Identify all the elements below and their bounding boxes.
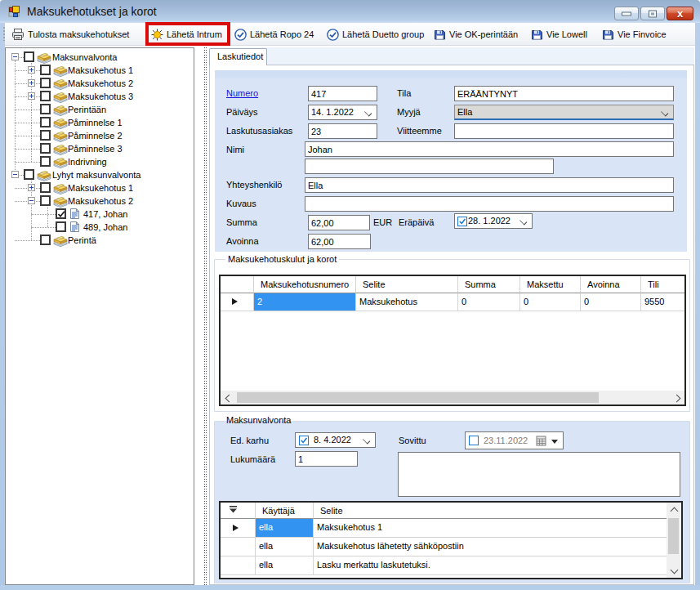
sovittu-picker[interactable]: 23.11.2022 bbox=[465, 431, 564, 449]
log-row-header[interactable] bbox=[221, 519, 256, 538]
yhteyshenkilo-input[interactable] bbox=[305, 177, 674, 193]
tree-item-maksukehotus-3[interactable]: Maksukehotus 3 bbox=[6, 90, 194, 103]
tree-checkbox[interactable] bbox=[40, 235, 51, 245]
close-button[interactable]: x bbox=[667, 7, 693, 20]
log-col-kayttaja[interactable]: Käyttäjä bbox=[256, 503, 314, 519]
kuvaus-input[interactable] bbox=[305, 196, 674, 212]
numero-link[interactable]: Numero bbox=[226, 88, 258, 98]
ed-karhu-picker[interactable]: 8. 4.2022 bbox=[295, 432, 376, 448]
toolbar-button-lowell[interactable]: Vie Lowell bbox=[531, 25, 587, 44]
tree-item-417-johan[interactable]: 417, Johan bbox=[6, 208, 194, 221]
tree-checkbox[interactable] bbox=[40, 104, 51, 114]
toolbar-button-okperinta[interactable]: Vie OK-perintään bbox=[434, 25, 518, 44]
tree-checkbox[interactable] bbox=[40, 130, 51, 141]
expand-icon[interactable] bbox=[28, 79, 35, 87]
tree-checkbox[interactable] bbox=[40, 91, 51, 101]
charges-cell-selite[interactable]: Maksukehotus bbox=[356, 293, 458, 311]
tree-item-perint-[interactable]: Perintä bbox=[6, 234, 194, 247]
tree-item-maksukehotus-2[interactable]: Maksukehotus 2 bbox=[6, 77, 194, 90]
log-cell-user-1[interactable]: ella bbox=[256, 538, 314, 556]
tree-checkbox[interactable] bbox=[40, 182, 51, 193]
tree-checkbox[interactable] bbox=[40, 117, 51, 127]
scroll-up-button[interactable] bbox=[667, 503, 680, 516]
laskutusasiakas-input[interactable] bbox=[308, 123, 377, 139]
log-vscrollbar-thumb[interactable] bbox=[668, 518, 679, 554]
log-row-header[interactable] bbox=[221, 538, 256, 556]
scroll-left-button[interactable] bbox=[221, 391, 234, 405]
log-cell-user-0[interactable]: ella bbox=[256, 519, 314, 538]
toolbar-button-duetto[interactable]: Lähetä Duetto group bbox=[327, 25, 424, 44]
log-cell-user-2[interactable]: ella bbox=[256, 556, 314, 575]
lukumaara-input[interactable] bbox=[295, 451, 358, 467]
tree-item-p-minnelse-1[interactable]: Påminnelse 1 bbox=[6, 116, 194, 129]
erapaiva-checkbox[interactable] bbox=[457, 217, 467, 226]
log-row-header[interactable] bbox=[221, 556, 256, 575]
collapse-icon[interactable] bbox=[11, 53, 19, 60]
paivays-picker[interactable]: 14. 1.2022 bbox=[308, 105, 377, 120]
numero-input[interactable] bbox=[308, 86, 377, 101]
log-corner-cell[interactable] bbox=[221, 503, 256, 519]
tree-item-489-johan[interactable]: 489, Johan bbox=[6, 221, 194, 234]
log-cell-text-1[interactable]: Maksukehotus lähetetty sähköpostiin bbox=[314, 538, 668, 556]
erapaiva-picker[interactable]: 28. 1.2022 bbox=[454, 213, 533, 229]
tree-checkbox-checked[interactable] bbox=[56, 208, 66, 219]
tree-checkbox[interactable] bbox=[40, 195, 51, 206]
tree-item-maksunvalvonta[interactable]: Maksunvalvonta bbox=[6, 51, 194, 64]
charges-col-tili[interactable]: Tili bbox=[641, 276, 684, 293]
ed-karhu-checkbox[interactable] bbox=[299, 436, 309, 445]
expand-icon[interactable] bbox=[28, 184, 35, 191]
nimi-input[interactable] bbox=[305, 141, 674, 157]
sovittu-checkbox[interactable] bbox=[469, 436, 479, 445]
nimi2-input[interactable] bbox=[305, 159, 554, 174]
tree-item-maksukehotus-2[interactable]: Maksukehotus 2 bbox=[6, 194, 194, 208]
charges-col-selite[interactable]: Selite bbox=[356, 276, 458, 293]
collapse-icon[interactable] bbox=[11, 171, 19, 178]
tree-checkbox[interactable] bbox=[40, 78, 51, 88]
charges-cell-maksukehotusnumero[interactable]: 2 bbox=[254, 293, 356, 311]
tree-checkbox[interactable] bbox=[56, 221, 66, 232]
tree-checkbox[interactable] bbox=[24, 51, 34, 62]
notes-textarea[interactable] bbox=[398, 452, 680, 497]
charges-cell-summa[interactable]: 0 bbox=[458, 293, 520, 311]
expand-icon[interactable] bbox=[28, 66, 35, 74]
charges-row-header[interactable] bbox=[221, 293, 254, 311]
avoinna-input[interactable] bbox=[308, 234, 371, 249]
charges-cell-avoinna[interactable]: 0 bbox=[581, 293, 641, 311]
scroll-down-button[interactable] bbox=[667, 564, 680, 578]
tree-item-maksukehotus-1[interactable]: Maksukehotus 1 bbox=[6, 64, 194, 77]
toolbar-button-tulosta[interactable]: Tulosta maksukehotukset bbox=[11, 25, 129, 44]
tree-checkbox[interactable] bbox=[40, 143, 51, 154]
charges-hscrollbar-thumb[interactable] bbox=[237, 392, 599, 403]
maximize-button[interactable] bbox=[640, 7, 665, 20]
toolbar-button-finvoice[interactable]: Vie Finvoice bbox=[602, 25, 667, 44]
charges-col-avoinna[interactable]: Avoinna bbox=[581, 276, 641, 293]
scroll-right-button[interactable] bbox=[671, 391, 684, 405]
myyja-combo[interactable]: Ella bbox=[454, 105, 674, 120]
tree-item-perint-n[interactable]: Perintään bbox=[6, 103, 194, 116]
minimize-button[interactable] bbox=[614, 7, 639, 20]
tree-checkbox[interactable] bbox=[40, 65, 51, 75]
log-col-selite[interactable]: Selite bbox=[314, 503, 668, 519]
summa-input[interactable] bbox=[308, 215, 370, 230]
tree-item-maksukehotus-1[interactable]: Maksukehotus 1 bbox=[6, 181, 194, 194]
tree-checkbox[interactable] bbox=[24, 169, 34, 180]
charges-col-summa[interactable]: Summa bbox=[458, 276, 520, 293]
tree-item-p-minnelse-3[interactable]: Påminnelse 3 bbox=[6, 142, 194, 155]
tree-item-indrivning[interactable]: Indrivning bbox=[6, 155, 194, 168]
charges-col-maksukehotusnumero[interactable]: Maksukehotusnumero bbox=[254, 276, 356, 293]
splitter-handle[interactable] bbox=[204, 47, 207, 585]
charges-col-maksettu[interactable]: Maksettu bbox=[520, 276, 581, 293]
log-cell-text-2[interactable]: Lasku merkattu laskutetuksi. bbox=[314, 556, 668, 575]
log-cell-text-0[interactable]: Maksukehotus 1 bbox=[314, 519, 668, 538]
charges-cell-tili[interactable]: 9550 bbox=[641, 293, 684, 311]
tree-item-lyhyt-maksunvalvonta[interactable]: Lyhyt maksunvalvonta bbox=[6, 168, 194, 181]
tab-laskutiedot[interactable]: Laskutiedot bbox=[209, 48, 267, 65]
tree-item-p-minnelse-2[interactable]: Påminnelse 2 bbox=[6, 129, 194, 142]
charges-cell-maksettu[interactable]: 0 bbox=[520, 293, 581, 311]
tree-checkbox[interactable] bbox=[40, 156, 51, 167]
collapse-icon[interactable] bbox=[28, 197, 35, 204]
tila-input[interactable] bbox=[454, 86, 674, 101]
viitteemme-input[interactable] bbox=[454, 123, 674, 139]
toolbar-button-ropo[interactable]: Lähetä Ropo 24 bbox=[234, 25, 314, 44]
expand-icon[interactable] bbox=[28, 92, 35, 100]
